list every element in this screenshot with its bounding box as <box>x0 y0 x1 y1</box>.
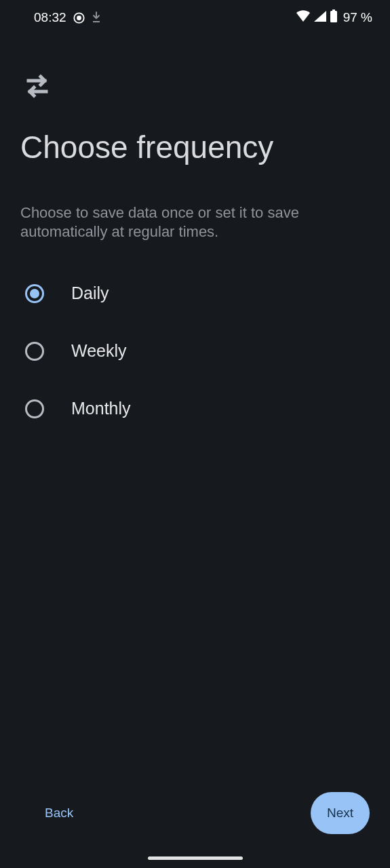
radio-option-monthly[interactable]: Monthly <box>20 399 370 418</box>
page-description: Choose to save data once or set it to sa… <box>20 203 312 241</box>
signal-icon <box>313 10 327 26</box>
page-title: Choose frequency <box>20 129 370 165</box>
screen-record-icon <box>73 12 85 24</box>
gesture-bar <box>148 856 243 860</box>
battery-icon <box>330 9 338 26</box>
content-area: Choose frequency Choose to save data onc… <box>0 35 390 418</box>
back-button[interactable]: Back <box>20 797 98 829</box>
radio-icon <box>25 342 44 361</box>
radio-icon <box>25 284 44 303</box>
next-button[interactable]: Next <box>311 792 370 834</box>
status-time: 08:32 <box>34 10 66 25</box>
svg-point-1 <box>77 16 81 20</box>
svg-rect-2 <box>93 21 100 22</box>
status-bar: 08:32 97 % <box>0 0 390 35</box>
repeat-icon <box>20 69 370 106</box>
frequency-radio-group: Daily Weekly Monthly <box>20 283 370 418</box>
radio-label: Monthly <box>71 399 131 418</box>
radio-label: Daily <box>71 283 109 303</box>
status-right: 97 % <box>296 9 372 26</box>
radio-label: Weekly <box>71 341 127 361</box>
svg-rect-4 <box>332 9 335 11</box>
svg-rect-3 <box>330 11 337 22</box>
download-icon <box>92 12 101 24</box>
radio-option-weekly[interactable]: Weekly <box>20 341 370 361</box>
radio-option-daily[interactable]: Daily <box>20 283 370 303</box>
wifi-icon <box>296 10 311 26</box>
status-battery: 97 % <box>343 10 372 25</box>
bottom-button-bar: Back Next <box>0 792 390 834</box>
radio-icon <box>25 399 44 418</box>
status-left: 08:32 <box>34 10 101 25</box>
